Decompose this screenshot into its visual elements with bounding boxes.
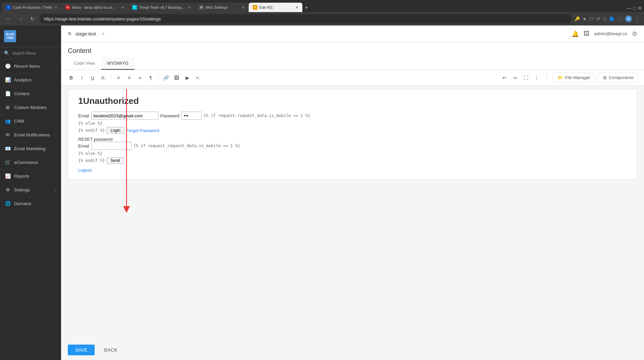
expand-button[interactable]: ⛶ (521, 73, 531, 82)
window-minimize[interactable]: — (626, 5, 632, 11)
menu-dots[interactable]: ⋮ (635, 16, 640, 22)
shield-icon: 🛡 (589, 16, 594, 21)
email-notifications-icon: ✉ (5, 132, 11, 137)
more-button[interactable]: ⋮ (532, 73, 541, 82)
user-avatar-browser[interactable]: A (625, 15, 632, 22)
tab-close-3[interactable]: ✕ (188, 5, 191, 10)
sidebar-item-reports[interactable]: 📈 Reports › (0, 169, 61, 183)
search-menu-item[interactable]: 🔍 Search Menu (0, 47, 61, 59)
sidebar-item-custom-modules[interactable]: ⊞ Custom Modules › (0, 101, 61, 114)
save-button[interactable]: SAVE (68, 345, 95, 355)
address-bar[interactable] (39, 14, 572, 23)
search-icon: 🔍 (4, 51, 9, 56)
media-button[interactable]: ▶ (183, 73, 192, 82)
sidebar-item-content[interactable]: 📄 Content › (0, 87, 61, 101)
template-code-6: {% endif %} (78, 158, 105, 163)
sidebar-item-label: Domains (14, 201, 56, 206)
sidebar-item-label: Analytics (14, 77, 56, 82)
template-code-4: {% if request.request_data.is_mobile == … (134, 143, 240, 148)
forgot-password-link[interactable]: Forgot Password (126, 128, 159, 133)
main-content: Content Code View WYSIWYG B I U A: ≡ ≡ ≡… (61, 42, 644, 360)
user-email: admin@treepl.co (594, 31, 627, 36)
refresh-icon[interactable]: ↺ (596, 16, 600, 21)
undo-button[interactable]: ↩ (500, 73, 509, 82)
bold-button[interactable]: B (66, 73, 76, 82)
sidebar-item-domains[interactable]: 🌐 Domains (0, 197, 61, 211)
redo-button[interactable]: ↪ (510, 73, 520, 82)
font-button[interactable]: A: (99, 73, 108, 82)
reload-button[interactable]: ↻ (28, 15, 37, 23)
login-button[interactable]: Login (107, 127, 124, 134)
tab-3[interactable]: T Treepl Team v6.7 Backlog - Boar... ✕ (128, 3, 195, 12)
align-center-button[interactable]: ≡ (125, 73, 134, 82)
back-button[interactable]: ← (4, 15, 13, 22)
domains-icon: 🌐 (5, 201, 11, 206)
app-header: ≡ stage-test ↗ 🔔 🖼 admin@treepl.co ⚙ (61, 25, 644, 42)
logout-link[interactable]: Logout (78, 168, 92, 173)
sidebar-logo: BLUE ridge (0, 25, 61, 47)
toolbar-format-group: B I U A: ≡ ≡ ≡ ¶ 🔗 🖼 ▶ +: (66, 73, 203, 82)
paragraph-button[interactable]: ¶ (146, 73, 155, 82)
editor-code-row-3: {% endif %} Send (78, 157, 627, 164)
reports-icon: 📈 (5, 173, 11, 179)
editor-content: 1Unauthorized Email Password {% if reque… (78, 96, 627, 173)
tab-2[interactable]: M Inbox · taras.r@ez-bc.com - EZ-... ✕ (61, 3, 128, 12)
insert-button[interactable]: +: (193, 73, 203, 82)
tab-code-view[interactable]: Code View (68, 57, 101, 70)
chevron-down-icon: ∨ (54, 188, 56, 192)
sidebar-item-settings[interactable]: ⚙ Settings ∨ (0, 183, 61, 197)
reset-email-input[interactable] (91, 142, 132, 150)
tab-5-active[interactable]: ✦ Edit 401 ✕ (249, 3, 302, 12)
password-input[interactable] (182, 112, 202, 120)
tab-1[interactable]: T Code Production | Trello ✕ (2, 3, 61, 12)
nav-icons: 🔑 ★ 🛡 ↺ ⬡ 🔵 ⬛ A ⋮ (575, 15, 640, 22)
editor-form-row-1: Email Password {% if request.request_dat… (78, 112, 627, 120)
sidebar-item-recent-items[interactable]: 🕐 Recent Items › (0, 59, 61, 73)
window-close[interactable]: ✕ (638, 5, 642, 11)
email-label: Email (78, 113, 89, 118)
forward-button[interactable]: → (16, 15, 26, 22)
tab-close-4[interactable]: ✕ (242, 5, 245, 10)
sidebar-item-ecommerce[interactable]: 🛒 eCommerce › (0, 156, 61, 169)
chevron-right-icon: › (55, 92, 56, 96)
editor-area[interactable]: 1Unauthorized Email Password {% if reque… (68, 89, 637, 180)
link-button[interactable]: 🔗 (161, 73, 170, 82)
ext-icon-3: ⬛ (617, 16, 623, 21)
align-right-button[interactable]: ≡ (135, 73, 145, 82)
new-tab-button[interactable]: + (302, 3, 311, 12)
analytics-icon: 📊 (5, 77, 11, 82)
tab-wysiwyg[interactable]: WYSIWYG (101, 57, 135, 70)
send-button[interactable]: Send (107, 157, 123, 164)
settings-icon: ⚙ (5, 187, 11, 192)
tab-close-5[interactable]: ✕ (295, 5, 298, 10)
email-input[interactable] (91, 112, 158, 120)
align-left-button[interactable]: ≡ (114, 73, 123, 82)
sidebar-item-label: CRM (14, 119, 52, 124)
bookmark-icon[interactable]: ★ (583, 16, 587, 21)
components-button[interactable]: ⊞ Components (598, 73, 639, 82)
tab-close-1[interactable]: ✕ (54, 5, 57, 10)
image-button[interactable]: 🖼 (172, 73, 181, 82)
sidebar-item-analytics[interactable]: 📊 Analytics (0, 73, 61, 87)
external-link-icon[interactable]: ↗ (101, 32, 105, 36)
sidebar-item-email-marketing[interactable]: 📧 Email Marketing › (0, 142, 61, 156)
image-icon[interactable]: 🖼 (584, 30, 590, 37)
sidebar-item-crm[interactable]: 👥 CRM › (0, 114, 61, 128)
tab-close-2[interactable]: ✕ (121, 5, 124, 10)
file-manager-button[interactable]: 📁 File Manager (552, 73, 595, 82)
browser-tabs: T Code Production | Trello ✕ M Inbox · t… (0, 0, 644, 12)
template-code-1: {% if request.request_data.is_mobile == … (204, 113, 310, 118)
italic-button[interactable]: I (77, 73, 87, 82)
back-button-form[interactable]: BACK (99, 345, 123, 355)
tab-4[interactable]: M Misc Settings ✕ (195, 3, 249, 12)
ecommerce-icon: 🛒 (5, 160, 11, 165)
toolbar-divider-2 (158, 74, 158, 81)
browser-nav-bar: ← → ↻ 🔑 ★ 🛡 ↺ ⬡ 🔵 ⬛ A ⋮ (0, 12, 644, 25)
hamburger-button[interactable]: ≡ (68, 30, 71, 37)
settings-gear-icon[interactable]: ⚙ (632, 30, 637, 38)
sidebar-item-email-notifications[interactable]: ✉ Email Notifications › (0, 128, 61, 142)
underline-button[interactable]: U (88, 73, 97, 82)
window-maximize[interactable]: □ (633, 5, 636, 11)
sidebar-item-label: Custom Modules (14, 105, 52, 110)
bell-icon[interactable]: 🔔 (572, 30, 579, 38)
